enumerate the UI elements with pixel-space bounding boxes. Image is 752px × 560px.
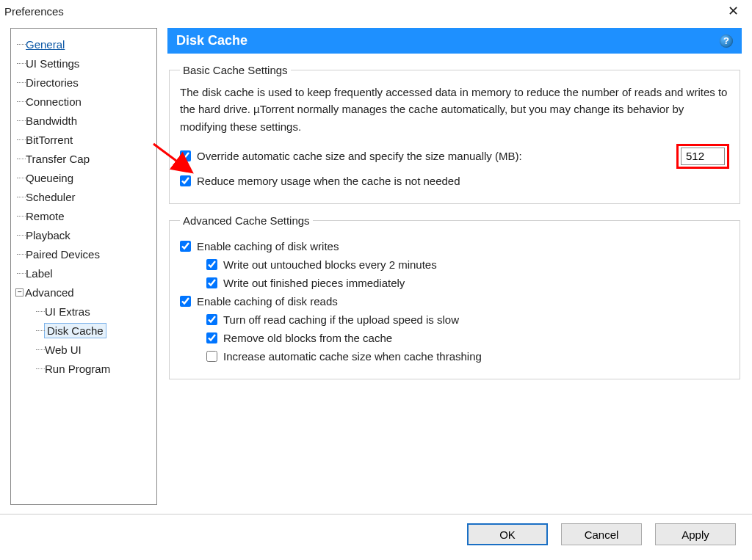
write-finished-label: Write out finished pieces immediately [223,277,405,289]
increase-auto-checkbox[interactable] [206,351,217,362]
tree-item-disk-cache[interactable]: Disk Cache [15,321,152,340]
write-finished-checkbox[interactable] [206,277,217,288]
tree-item-label[interactable]: Label [15,263,152,283]
tree-item-connection[interactable]: Connection [15,92,152,111]
tree-collapse-icon[interactable]: − [15,288,24,297]
advanced-cache-group: Advanced Cache Settings Enable caching o… [169,214,740,379]
basic-cache-group: Basic Cache Settings The disk cache is u… [169,64,740,204]
tree-item-advanced[interactable]: −Advanced [15,283,152,302]
tree-item-general[interactable]: General [15,34,152,54]
enable-writes-label: Enable caching of disk writes [197,240,339,252]
help-icon[interactable]: ? [720,34,733,48]
apply-button[interactable]: Apply [655,523,736,545]
ok-button[interactable]: OK [467,523,548,545]
highlight-annotation [676,144,729,169]
tree-item-bandwidth[interactable]: Bandwidth [15,111,152,130]
cache-size-input[interactable] [681,148,725,165]
tree-item-scheduler[interactable]: Scheduler [15,187,152,206]
enable-reads-checkbox[interactable] [180,296,191,307]
enable-writes-checkbox[interactable] [180,241,191,252]
tree-item-web-ui[interactable]: Web UI [15,340,152,359]
tree-item-ui-settings[interactable]: UI Settings [15,54,152,73]
tree-item-ui-extras[interactable]: UI Extras [15,302,152,321]
reduce-memory-checkbox[interactable] [180,175,191,186]
tree-item-run-program[interactable]: Run Program [15,359,152,378]
tree-item-remote[interactable]: Remote [15,206,152,225]
tree-item-playback[interactable]: Playback [15,225,152,244]
close-icon[interactable]: ✕ [722,3,745,19]
tree-item-directories[interactable]: Directories [15,73,152,92]
advanced-legend: Advanced Cache Settings [180,214,313,227]
override-cache-label: Override automatic cache size and specif… [197,150,522,162]
turn-off-read-checkbox[interactable] [206,314,217,325]
nav-tree: General UI Settings Directories Connecti… [10,28,157,505]
remove-old-checkbox[interactable] [206,332,217,343]
tree-item-paired-devices[interactable]: Paired Devices [15,244,152,263]
cancel-button[interactable]: Cancel [561,523,642,545]
remove-old-label: Remove old blocks from the cache [223,332,392,344]
turn-off-read-label: Turn off read caching if the upload spee… [223,313,459,326]
reduce-memory-label: Reduce memory usage when the cache is no… [197,175,460,187]
basic-legend: Basic Cache Settings [180,64,291,76]
enable-reads-label: Enable caching of disk reads [197,295,338,308]
window-title: Preferences [4,5,64,18]
tree-item-queueing[interactable]: Queueing [15,168,152,187]
write-untouched-label: Write out untouched blocks every 2 minut… [223,258,437,271]
override-cache-checkbox[interactable] [180,150,191,161]
increase-auto-label: Increase automatic cache size when cache… [223,350,482,363]
write-untouched-checkbox[interactable] [206,259,217,270]
section-title: Disk Cache [176,33,247,48]
tree-item-transfer-cap[interactable]: Transfer Cap [15,149,152,168]
tree-item-bittorrent[interactable]: BitTorrent [15,130,152,149]
section-header: Disk Cache ? [167,28,742,54]
basic-description: The disk cache is used to keep frequentl… [180,84,729,135]
